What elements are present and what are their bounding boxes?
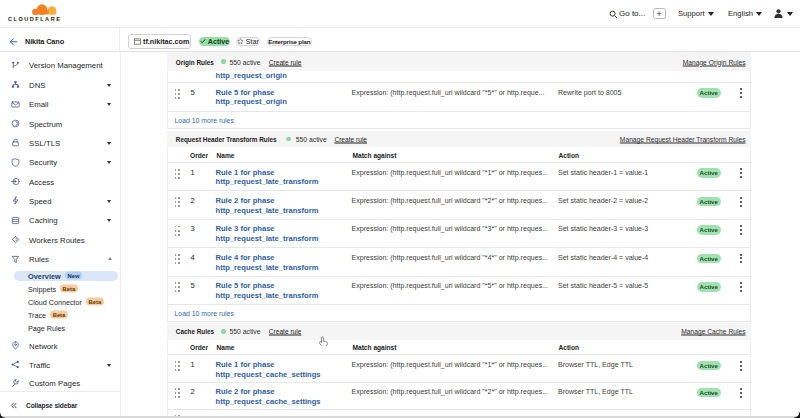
svg-text:CLOUDFLARE: CLOUDFLARE — [8, 16, 61, 22]
